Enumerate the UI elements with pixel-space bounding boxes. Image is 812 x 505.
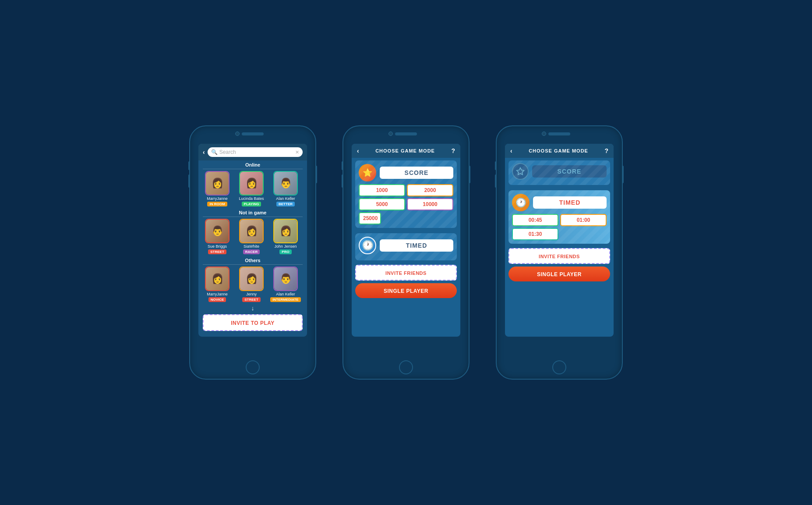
score-option-1000[interactable]: 1000 <box>359 184 405 196</box>
friend-avatar: 👨 <box>274 267 297 290</box>
score-option-25000[interactable]: 25000 <box>359 212 381 224</box>
friend-name: Alan Keller <box>276 196 295 201</box>
scroll-arrow: ↓ <box>198 304 307 313</box>
phone-speaker <box>548 132 570 135</box>
phone-button-left2 <box>495 174 497 188</box>
friend-card-marryjanne-online[interactable]: 👩 MarryJanne IN ROOM <box>201 171 233 206</box>
phone-home-button[interactable] <box>552 360 566 374</box>
friend-card-marryjanne-others[interactable]: 👩 MarryJanne NOVICE <box>201 267 233 302</box>
phone-speaker <box>395 132 417 135</box>
phone-button-right <box>315 166 317 183</box>
phone-3: ‹ CHOOSE GAME MODE ? SCORE 🕐 TIMED <box>496 125 623 380</box>
screen-friends-list: ‹ 🔍 Search ✕ Online 👩 MarryJanne IN ROOM… <box>198 144 307 337</box>
search-clear-icon[interactable]: ✕ <box>295 149 299 155</box>
phone-1: ‹ 🔍 Search ✕ Online 👩 MarryJanne IN ROOM… <box>189 125 316 380</box>
mode-row-timed: 🕐 TIMED <box>512 194 607 211</box>
back-button[interactable]: ‹ <box>203 149 205 156</box>
timed-icon: 🕐 <box>359 237 376 254</box>
section-others: Others <box>198 256 307 264</box>
phone-speaker <box>242 132 264 135</box>
friends-row-notingame: 👨 Sue Briggs STREET 👩 SiaWhite RACER 👩 J… <box>198 217 307 256</box>
phone-home-button[interactable] <box>246 360 260 374</box>
back-button[interactable]: ‹ <box>357 147 359 154</box>
friend-card-jenny[interactable]: 👩 Jenny STREET <box>235 267 268 302</box>
friend-name: MarryJanne <box>207 292 228 296</box>
score-label[interactable]: SCORE <box>532 165 607 178</box>
score-options: 1000 2000 5000 10000 25000 <box>359 184 453 224</box>
mode-row-timed: 🕐 TIMED <box>359 237 453 254</box>
friends-row-online: 👩 MarryJanne IN ROOM 👩 Lucinda Bates PLA… <box>198 169 307 208</box>
search-bar: ‹ 🔍 Search ✕ <box>198 144 307 160</box>
single-player-button[interactable]: SINGLE PLAYER <box>508 267 610 281</box>
friend-name: John Jensen <box>274 244 297 249</box>
time-option-90s[interactable]: 01:30 <box>512 228 558 240</box>
friend-avatar: 👩 <box>274 220 297 242</box>
invite-friends-label: INVITE FRIENDS <box>385 270 427 276</box>
phone-button-left <box>495 161 497 170</box>
friend-card-siawhite[interactable]: 👩 SiaWhite RACER <box>235 219 268 254</box>
time-option-45s[interactable]: 00:45 <box>512 214 558 226</box>
friend-avatar-wrap: 👨 <box>205 219 229 243</box>
friend-name: SiaWhite <box>244 244 259 249</box>
time-option-60s[interactable]: 01:00 <box>560 214 607 226</box>
search-input-wrap[interactable]: 🔍 Search ✕ <box>208 147 303 157</box>
time-options: 00:45 01:00 01:30 <box>512 214 607 240</box>
invite-to-play-label: INVITE TO PLAY <box>231 320 275 326</box>
phone-camera <box>542 132 546 136</box>
friend-card-sue[interactable]: 👨 Sue Briggs STREET <box>201 219 233 254</box>
score-option-10000[interactable]: 10000 <box>407 198 453 210</box>
game-header: ‹ CHOOSE GAME MODE ? <box>352 144 460 158</box>
search-icon: 🔍 <box>211 149 218 155</box>
single-player-label: SINGLE PLAYER <box>384 288 428 294</box>
section-online: Online <box>198 160 307 169</box>
score-option-5000[interactable]: 5000 <box>359 198 405 210</box>
friend-name: Sue Briggs <box>208 244 227 249</box>
score-icon: ⭐ <box>359 164 376 181</box>
svg-marker-0 <box>517 168 524 175</box>
friend-badge: PRO <box>279 249 291 254</box>
single-player-label: SINGLE PLAYER <box>537 271 582 277</box>
screen-choose-game-mode: ‹ CHOOSE GAME MODE ? ⭐ SCORE 1000 2000 5… <box>352 144 460 337</box>
back-button[interactable]: ‹ <box>510 147 512 154</box>
help-button[interactable]: ? <box>604 147 608 154</box>
help-button[interactable]: ? <box>451 147 455 154</box>
phone-button-left <box>342 161 343 170</box>
friend-card-alan-online[interactable]: 👨 Alan Keller BETTER <box>269 171 302 206</box>
mode-row-score: ⭐ SCORE <box>359 164 453 181</box>
section-not-in-game: Not in game <box>198 208 307 217</box>
score-section: ⭐ SCORE 1000 2000 5000 10000 25000 <box>355 160 457 228</box>
phone-button-right <box>469 166 470 183</box>
friend-avatar: 👩 <box>206 267 229 290</box>
friends-row-others: 👩 MarryJanne NOVICE 👩 Jenny STREET 👨 Ala… <box>198 265 307 304</box>
search-input[interactable]: Search <box>219 149 293 155</box>
friend-card-lucinda[interactable]: 👩 Lucinda Bates PLAYING <box>235 171 268 206</box>
friend-card-john[interactable]: 👩 John Jensen PRO <box>269 219 302 254</box>
header-title: CHOOSE GAME MODE <box>375 148 435 153</box>
friend-card-alan-others[interactable]: 👨 Alan Keller INTERMEDIATE <box>269 267 302 302</box>
single-player-button[interactable]: SINGLE PLAYER <box>355 283 457 298</box>
score-icon-unselected <box>512 163 529 180</box>
friend-badge: STREET <box>208 249 226 254</box>
friend-avatar: 👩 <box>240 172 263 195</box>
invite-friends-button[interactable]: INVITE FRIENDS <box>355 265 457 281</box>
mode-row-score: SCORE <box>512 163 607 180</box>
invite-friends-button[interactable]: INVITE FRIENDS <box>508 248 610 264</box>
game-header: ‹ CHOOSE GAME MODE ? <box>505 144 614 158</box>
friend-avatar-wrap: 👨 <box>273 267 298 291</box>
friend-avatar-wrap: 👩 <box>239 219 264 243</box>
timed-label[interactable]: TIMED <box>380 239 453 252</box>
timed-label[interactable]: TIMED <box>533 196 607 209</box>
friend-avatar: 👩 <box>206 172 229 195</box>
friend-name: Lucinda Bates <box>239 196 264 201</box>
score-label[interactable]: SCORE <box>380 167 453 179</box>
timed-icon: 🕐 <box>512 194 530 211</box>
friend-avatar-wrap: 👩 <box>205 171 229 196</box>
friend-badge: RACER <box>243 249 260 254</box>
score-option-2000[interactable]: 2000 <box>407 184 453 196</box>
phone-home-button[interactable] <box>399 360 413 374</box>
phone-button-left2 <box>342 174 343 188</box>
score-section-unselected: SCORE <box>508 160 610 185</box>
friend-badge: BETTER <box>276 202 295 206</box>
invite-to-play-button[interactable]: INVITE TO PLAY <box>203 314 303 331</box>
screen-choose-game-mode-timed: ‹ CHOOSE GAME MODE ? SCORE 🕐 TIMED <box>505 144 614 337</box>
